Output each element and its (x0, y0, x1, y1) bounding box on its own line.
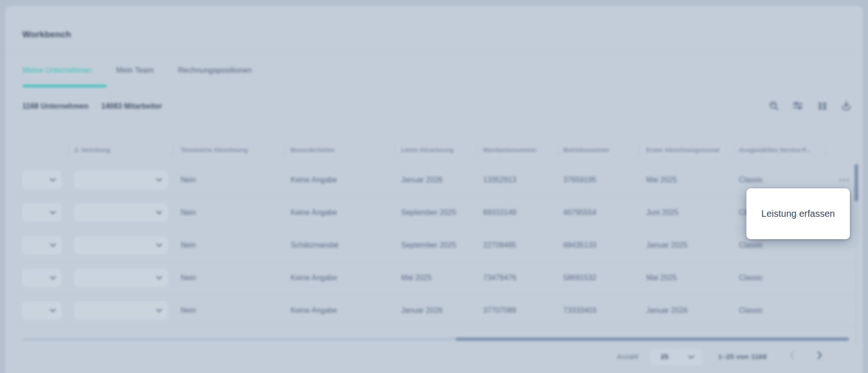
tab-rechnungspositionen[interactable]: Rechnungspositionen (178, 66, 252, 75)
table-row: Nein Keine Angabe Januar 2026 13352913 3… (19, 164, 856, 196)
row-context-menu: Leistung erfassen (746, 188, 850, 239)
row-menu-button[interactable] (826, 179, 856, 181)
second-representative-select[interactable] (75, 302, 168, 319)
menu-item-leistung-erfassen[interactable]: Leistung erfassen (761, 208, 835, 219)
table-row: Nein Schätzmandat September 2025 2270948… (19, 229, 856, 262)
companies-count: 1168 Unternehmen (22, 102, 89, 111)
filter-icon[interactable] (792, 100, 804, 111)
cell-betriebsnummer: 46795554 (558, 208, 639, 217)
cell-mandantennummer: 13352913 (477, 176, 558, 184)
vertical-scrollbar-thumb[interactable] (854, 164, 858, 201)
employees-count: 14083 Mitarbeiter (101, 102, 162, 111)
chevron-down-icon (50, 178, 56, 182)
page-size-label: Anzahl (617, 352, 638, 360)
cell-terminierte-abrechnung: Nein (173, 176, 285, 184)
chevron-down-icon (156, 309, 162, 312)
chevron-down-icon (156, 243, 162, 247)
horizontal-scrollbar-track[interactable] (23, 338, 849, 341)
cell-besonderheiten: Keine Angabe (285, 176, 395, 184)
second-representative-select[interactable] (75, 204, 168, 221)
workbench-card: Workbench Meine Unternehmen Mein Team Re… (6, 6, 862, 373)
second-representative-select[interactable] (75, 171, 168, 189)
cell-betriebsnummer: 68435133 (558, 241, 639, 249)
cell-service-paket: Classic (734, 274, 826, 282)
col-header-letzte-abrechnung: Letzte Abrechnung (395, 143, 477, 157)
cell-service-paket: Classic (734, 241, 826, 249)
horizontal-scrollbar-thumb[interactable] (456, 338, 849, 341)
cell-mandantennummer: 69310149 (477, 208, 558, 217)
cell-erster-abrechnungsmonat: Januar 2026 (639, 306, 734, 315)
page-size-select[interactable]: 25 (650, 349, 703, 365)
tab-meine-unternehmen[interactable]: Meine Unternehmen (22, 66, 92, 75)
cell-betriebsnummer: 73333403 (558, 306, 639, 315)
cell-mandantennummer: 37707089 (477, 306, 558, 315)
cell-letzte-abrechnung: Mai 2025 (395, 274, 477, 282)
col-header-select (19, 143, 68, 157)
representative-select[interactable] (22, 269, 62, 287)
col-header-erster-abrechnungsmonat: Erster Abrechnungsmonat (639, 143, 734, 157)
chevron-down-icon (156, 211, 162, 214)
col-header-vertretung: 2. Vertretung (68, 143, 173, 157)
table-body: Nein Keine Angabe Januar 2026 13352913 3… (19, 164, 856, 327)
representative-select[interactable] (22, 236, 62, 254)
table-row: Nein Keine Angabe Januar 2026 37707089 7… (19, 294, 856, 327)
cell-betriebsnummer: 37659195 (558, 176, 639, 184)
next-page-button[interactable] (817, 351, 822, 361)
cell-besonderheiten: Keine Angabe (285, 306, 395, 315)
search-icon[interactable] (768, 100, 779, 111)
tab-mein-team[interactable]: Mein Team (116, 66, 154, 75)
col-header-betriebsnummer: Betriebsnummer (558, 143, 639, 157)
chevron-down-icon (156, 276, 162, 280)
pagination-range: 1–25 von 1168 (718, 352, 766, 361)
companies-table: 2. Vertretung Terminierte Abrechnung Bes… (19, 137, 856, 327)
col-header-actions (826, 143, 856, 157)
cell-service-paket: Classic (734, 176, 826, 184)
cell-letzte-abrechnung: September 2025 (395, 208, 477, 217)
cell-betriebsnummer: 58691532 (558, 274, 639, 282)
cell-terminierte-abrechnung: Nein (173, 274, 285, 282)
col-header-besonderheiten: Besonderheiten (285, 143, 395, 157)
pagination-bar: Anzahl 25 1–25 von 1168 (6, 349, 862, 366)
cell-besonderheiten: Keine Angabe (285, 274, 395, 282)
cell-letzte-abrechnung: Januar 2026 (395, 306, 477, 315)
cell-erster-abrechnungsmonat: Juni 2025 (639, 208, 734, 217)
columns-icon[interactable] (816, 100, 828, 111)
page-title: Workbench (22, 29, 71, 40)
representative-select[interactable] (22, 171, 62, 189)
cell-erster-abrechnungsmonat: Mai 2025 (639, 176, 734, 184)
cell-erster-abrechnungsmonat: Januar 2025 (639, 241, 734, 249)
table-toolbar (768, 100, 852, 111)
cell-terminierte-abrechnung: Nein (173, 208, 285, 217)
page-size-value: 25 (661, 352, 669, 360)
table-header-row: 2. Vertretung Terminierte Abrechnung Bes… (19, 137, 856, 164)
cell-service-paket: Classic (734, 306, 826, 315)
cell-letzte-abrechnung: September 2025 (395, 241, 477, 249)
second-representative-select[interactable] (75, 269, 168, 287)
chevron-left-icon (789, 351, 794, 359)
cell-mandantennummer: 73479476 (477, 274, 558, 282)
tab-bar: Meine Unternehmen Mein Team Rechnungspos… (22, 66, 252, 75)
chevron-down-icon (50, 211, 56, 214)
cell-besonderheiten: Keine Angabe (285, 208, 395, 217)
page-background: Workbench Meine Unternehmen Mein Team Re… (0, 0, 868, 373)
summary-stats: 1168 Unternehmen 14083 Mitarbeiter (22, 102, 162, 111)
cell-mandantennummer: 22709485 (477, 241, 558, 249)
cell-terminierte-abrechnung: Nein (173, 241, 285, 249)
header-divider (6, 51, 862, 52)
download-icon[interactable] (841, 100, 852, 111)
representative-select[interactable] (22, 302, 62, 319)
col-header-service-paket: Ausgewähltes Service-P... (734, 143, 826, 157)
active-tab-indicator (22, 85, 107, 87)
chevron-down-icon (50, 276, 56, 280)
second-representative-select[interactable] (75, 236, 168, 254)
table-row: Nein Keine Angabe September 2025 6931014… (19, 196, 856, 229)
chevron-right-icon (817, 351, 822, 359)
cell-erster-abrechnungsmonat: Mai 2025 (639, 274, 734, 282)
representative-select[interactable] (22, 204, 62, 221)
chevron-down-icon (688, 355, 694, 359)
cell-letzte-abrechnung: Januar 2026 (395, 176, 477, 184)
previous-page-button[interactable] (789, 351, 794, 361)
chevron-down-icon (50, 243, 56, 247)
table-row: Nein Keine Angabe Mai 2025 73479476 5869… (19, 262, 856, 294)
chevron-down-icon (50, 309, 56, 312)
